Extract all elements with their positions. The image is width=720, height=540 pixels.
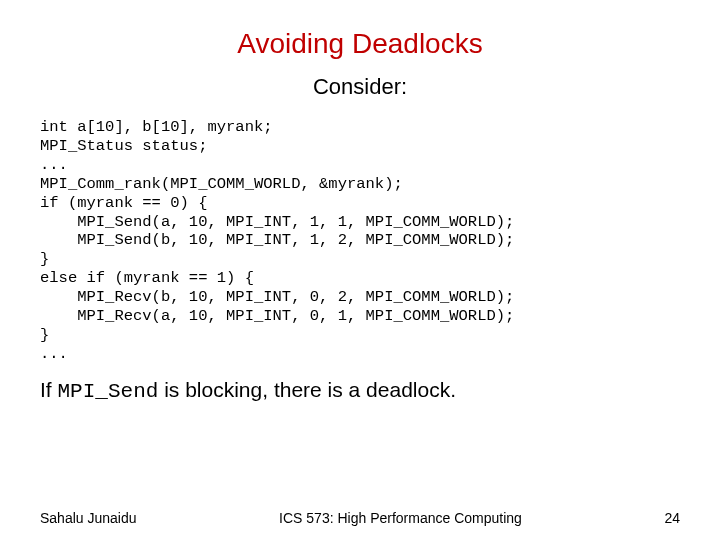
footer-course: ICS 573: High Performance Computing xyxy=(137,510,665,526)
note-prefix: If xyxy=(40,378,58,401)
slide: Avoiding Deadlocks Consider: int a[10], … xyxy=(0,0,720,540)
slide-subtitle: Consider: xyxy=(40,74,680,100)
note-code: MPI_Send xyxy=(58,380,159,403)
footer-author: Sahalu Junaidu xyxy=(40,510,137,526)
footer-page-number: 24 xyxy=(664,510,680,526)
code-block: int a[10], b[10], myrank; MPI_Status sta… xyxy=(40,118,680,364)
note-text: If MPI_Send is blocking, there is a dead… xyxy=(40,378,680,403)
note-suffix: is blocking, there is a deadlock. xyxy=(158,378,456,401)
footer: Sahalu Junaidu ICS 573: High Performance… xyxy=(0,510,720,526)
slide-title: Avoiding Deadlocks xyxy=(40,28,680,60)
